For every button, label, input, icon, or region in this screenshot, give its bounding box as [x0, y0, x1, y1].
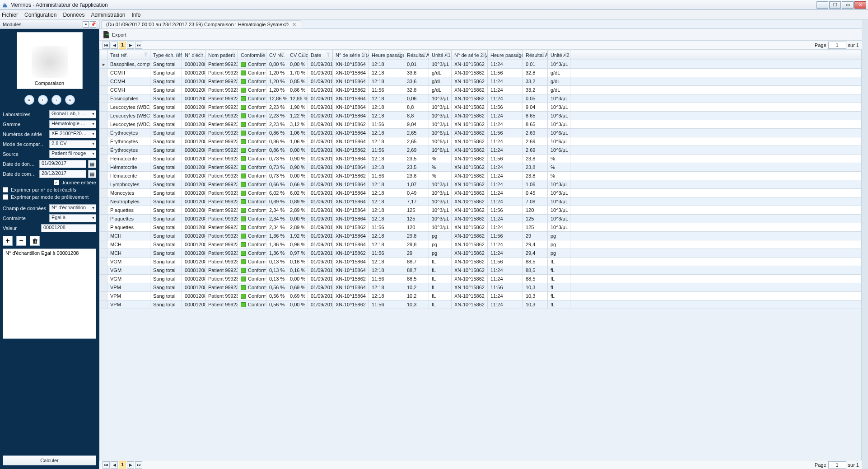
- row-selector[interactable]: [100, 197, 107, 206]
- pager-first-button[interactable]: ⏮: [103, 42, 110, 49]
- prel-checkbox[interactable]: [3, 194, 8, 200]
- table-row[interactable]: CCMHSang total00001208Patient 999239Conf…: [100, 86, 861, 94]
- table-row[interactable]: ÉrythrocytesSang total00001208Patient 99…: [100, 129, 861, 137]
- restore-button[interactable]: ▭: [842, 1, 854, 9]
- tab-close-icon[interactable]: ✕: [292, 22, 296, 28]
- row-selector[interactable]: [100, 223, 107, 232]
- filter-icon[interactable]: [144, 52, 148, 57]
- serial-select[interactable]: XE-2100^F2067, XE-2: [49, 130, 96, 138]
- calculate-button[interactable]: Calculer: [3, 455, 96, 465]
- pager-last-button[interactable]: ⏭: [135, 461, 142, 469]
- row-selector[interactable]: [100, 300, 107, 309]
- export-icon[interactable]: [102, 31, 109, 38]
- export-label[interactable]: Export: [112, 32, 126, 38]
- page-input[interactable]: [828, 42, 846, 49]
- lab-select[interactable]: Global Lab, Lab#1, La: [49, 110, 96, 118]
- table-row[interactable]: PlaquettesSang total00001208Patient 9992…: [100, 223, 861, 232]
- data-grid[interactable]: Test réf.Type éch. réf.N° d'éch.Nom pati…: [99, 50, 862, 460]
- table-row[interactable]: ÉosinophilesSang total00001208Patient 99…: [100, 94, 861, 103]
- date-comp-picker-button[interactable]: ▦: [88, 170, 96, 178]
- nav-first-button[interactable]: «: [24, 95, 34, 105]
- pager-prev-button[interactable]: ◀: [111, 42, 118, 49]
- row-selector[interactable]: [100, 69, 107, 77]
- module-card[interactable]: Comparaison: [17, 32, 83, 89]
- col-header[interactable]: CV réf.: [266, 50, 287, 60]
- nav-last-button[interactable]: »: [65, 95, 75, 105]
- row-selector[interactable]: [100, 146, 107, 155]
- row-selector[interactable]: [100, 112, 107, 120]
- row-selector[interactable]: [100, 94, 107, 103]
- date-valid-picker-button[interactable]: ▦: [88, 160, 96, 168]
- row-selector[interactable]: [100, 129, 107, 137]
- pager-last-button[interactable]: ⏭: [135, 42, 142, 49]
- row-selector[interactable]: [100, 163, 107, 172]
- nav-prev-button[interactable]: ‹: [38, 95, 48, 105]
- col-header[interactable]: Résultat A2: [523, 50, 548, 60]
- filter-list[interactable]: N° d'échantillon Egal à 00001208: [3, 249, 96, 339]
- row-selector[interactable]: [100, 172, 107, 180]
- gamme-select[interactable]: Hématologie Sysmex: [49, 120, 96, 128]
- pager-next-button[interactable]: ▶: [127, 42, 134, 49]
- row-selector[interactable]: [100, 155, 107, 163]
- col-header[interactable]: Test réf.: [107, 50, 150, 60]
- close-button[interactable]: ✕: [854, 1, 866, 9]
- pager-first-button[interactable]: ⏮: [103, 461, 110, 469]
- pager-prev-button[interactable]: ◀: [111, 461, 118, 469]
- pager-next-button[interactable]: ▶: [127, 461, 134, 469]
- value-input[interactable]: 00001208: [41, 224, 96, 232]
- row-selector[interactable]: [100, 275, 107, 283]
- tab-comparison[interactable]: (Du 01/09/2017 00:00 au 28/12/2017 23:59…: [101, 20, 301, 28]
- col-header[interactable]: N° d'éch.: [182, 50, 205, 60]
- row-selector[interactable]: [100, 137, 107, 146]
- col-header[interactable]: CV Calc.: [287, 50, 308, 60]
- row-selector[interactable]: [100, 206, 107, 215]
- lot-checkbox[interactable]: [3, 187, 8, 192]
- row-selector[interactable]: [100, 180, 107, 189]
- col-header[interactable]: Date: [308, 50, 333, 60]
- row-selector[interactable]: [100, 77, 107, 86]
- table-row[interactable]: Leucocytes (WBCP)Sang total00001208Patie…: [100, 120, 861, 129]
- table-row[interactable]: ÉrythrocytesSang total00001208Patient 99…: [100, 146, 861, 155]
- table-row[interactable]: VPMSang total00001208Patient 999239Confo…: [100, 283, 861, 292]
- row-selector[interactable]: [100, 215, 107, 223]
- journee-checkbox[interactable]: ✓: [54, 180, 59, 185]
- table-row[interactable]: PlaquettesSang total00001208Patient 9992…: [100, 206, 861, 215]
- col-header[interactable]: N° de série 2 (A2): [452, 50, 488, 60]
- table-row[interactable]: Leucocytes (WBCP)Sang total00001208Patie…: [100, 103, 861, 112]
- col-header[interactable]: Nom patient: [205, 50, 238, 60]
- maximize-button[interactable]: ❐: [829, 1, 841, 9]
- filter-icon[interactable]: [326, 52, 331, 57]
- add-filter-button[interactable]: +: [3, 236, 13, 246]
- table-row[interactable]: MCHSang total00001208Patient 999239Confo…: [100, 240, 861, 249]
- col-header[interactable]: Heure passage A2: [488, 50, 523, 60]
- date-valid-input[interactable]: 01/09/2017: [39, 160, 86, 168]
- table-row[interactable]: MCHSang total00001208Patient 999239Confo…: [100, 232, 861, 240]
- row-selector[interactable]: [100, 232, 107, 240]
- table-row[interactable]: ÉrythrocytesSang total00001208Patient 99…: [100, 137, 861, 146]
- row-selector[interactable]: [100, 266, 107, 275]
- datafield-select[interactable]: N° d'échantillon: [49, 204, 96, 212]
- row-selector[interactable]: [100, 258, 107, 266]
- table-row[interactable]: HématocriteSang total00001208Patient 999…: [100, 155, 861, 163]
- col-header[interactable]: Conformité: [238, 50, 266, 60]
- table-row[interactable]: CCMHSang total00001208Patient 999239Conf…: [100, 69, 861, 77]
- table-row[interactable]: CCMHSang total00001208Patient 999239Conf…: [100, 77, 861, 86]
- table-row[interactable]: HématocriteSang total00001208Patient 999…: [100, 172, 861, 180]
- col-header[interactable]: Heure passage A1: [369, 50, 404, 60]
- row-selector[interactable]: [100, 249, 107, 258]
- page-input[interactable]: [828, 461, 846, 469]
- col-header[interactable]: N° de série 1 (A1): [333, 50, 369, 60]
- table-row[interactable]: VPMSang total00001208Patient 999239Confo…: [100, 300, 861, 309]
- table-row[interactable]: VGMSang total00001208Patient 999239Confo…: [100, 275, 861, 283]
- row-selector[interactable]: [100, 189, 107, 197]
- table-row[interactable]: PlaquettesSang total00001208Patient 9992…: [100, 215, 861, 223]
- modules-dropdown-icon[interactable]: ▾: [83, 21, 89, 28]
- delete-filter-button[interactable]: 🗑: [30, 236, 40, 246]
- table-row[interactable]: HématocriteSang total00001208Patient 999…: [100, 163, 861, 172]
- menu-info[interactable]: Info: [131, 12, 140, 18]
- date-comp-input[interactable]: 28/12/2017: [39, 170, 86, 178]
- menu-administration[interactable]: Administration: [91, 12, 125, 18]
- menu-fichier[interactable]: Fichier: [2, 12, 18, 18]
- mode-select[interactable]: 2,8 CV: [49, 140, 96, 148]
- table-row[interactable]: MonocytesSang total00001208Patient 99923…: [100, 189, 861, 197]
